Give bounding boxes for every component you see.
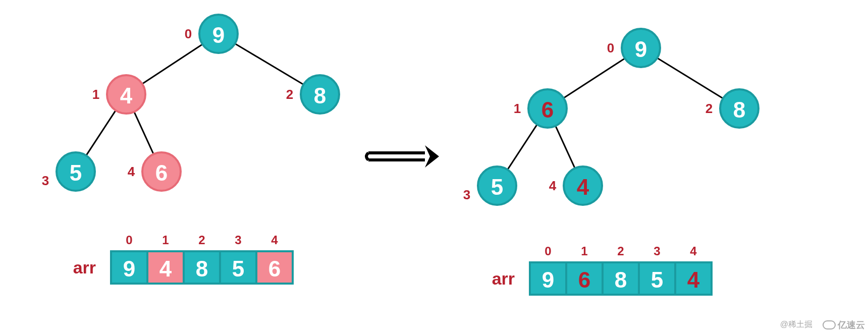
left-tree-node-2: 82	[286, 75, 339, 114]
right-tree-node-0: 90	[607, 29, 660, 67]
left-tree-node-0-index: 0	[185, 26, 192, 41]
right-tree-node-2: 82	[706, 89, 758, 128]
left-array-cell-1-index: 1	[162, 233, 169, 247]
left-tree-edge-1-4	[134, 112, 153, 154]
right-tree-node-4-value: 4	[577, 175, 589, 199]
left-array-cell-2-value: 8	[196, 256, 208, 281]
left-tree-node-2-value: 8	[314, 83, 326, 108]
left-array-cell-0-index: 0	[126, 233, 132, 247]
right-array-cell-4: 44	[675, 244, 712, 295]
arrow-right-icon	[425, 145, 439, 168]
left-tree-edge-0-2	[235, 43, 304, 84]
right-tree-node-1: 61	[514, 89, 567, 128]
right-array-cell-3-value: 5	[651, 267, 663, 292]
left-tree-node-3-index: 3	[42, 173, 49, 188]
right-tree-edge-1-3	[508, 125, 537, 170]
right-tree-edge-1-4	[556, 126, 575, 169]
left-tree-node-4-value: 6	[155, 160, 168, 185]
left-tree-node-3: 53	[42, 152, 95, 191]
right-array-cell-0-value: 9	[542, 267, 554, 292]
right-array-cell-4-value: 4	[687, 267, 700, 292]
right-array-cell-2-index: 2	[617, 244, 624, 258]
right-array-cell-1-value: 6	[578, 267, 590, 292]
right-tree-node-2-index: 2	[706, 101, 713, 116]
left-tree-node-1: 41	[92, 75, 145, 114]
right-array-label: arr	[492, 269, 515, 288]
left-tree-node-4-index: 4	[128, 164, 135, 179]
right-tree-node-2-value: 8	[733, 97, 745, 122]
right-tree-node-4-index: 4	[549, 178, 557, 193]
right-array-cell-0-index: 0	[545, 244, 551, 258]
right-array-cell-0: 90	[530, 244, 566, 295]
left-tree-edge-1-3	[86, 110, 116, 155]
right-array-cell-1: 61	[566, 244, 603, 295]
right-array-cell-2-value: 8	[615, 267, 627, 292]
transition-arrow	[366, 145, 439, 168]
left-tree-node-0-value: 9	[212, 23, 225, 47]
right-tree-node-1-index: 1	[514, 101, 521, 116]
left-array-cell-2: 82	[184, 233, 220, 284]
right-array-cell-3: 53	[639, 244, 675, 295]
watermark-brand-text: 亿速云	[838, 319, 865, 331]
right-array-cell-2: 82	[603, 244, 639, 295]
left-array-cell-0-value: 9	[123, 256, 135, 281]
right-tree-edge-0-2	[657, 58, 723, 98]
left-array-cell-3-value: 5	[232, 256, 244, 281]
right-array-cell-1-index: 1	[581, 244, 587, 258]
left-array-cell-4: 64	[256, 233, 293, 284]
watermark-brand: 亿速云	[823, 319, 865, 331]
right-array-cell-3-index: 3	[654, 244, 660, 258]
right-array-cell-4-index: 4	[690, 244, 697, 258]
right-tree-node-4: 44	[549, 167, 602, 205]
left-array-label: arr	[73, 258, 96, 277]
left-tree-node-3-value: 5	[70, 160, 82, 185]
left-array-cell-1: 41	[147, 233, 184, 284]
left-tree-edge-0-1	[142, 44, 202, 84]
left-array-cell-4-value: 6	[268, 256, 281, 281]
left-array-cell-3-index: 3	[235, 233, 241, 247]
right-tree-edge-0-1	[564, 59, 625, 98]
right-tree-node-0-index: 0	[607, 40, 614, 56]
left-array-cell-1-value: 4	[159, 256, 172, 281]
right-tree-node-3: 53	[463, 167, 516, 205]
left-tree-node-1-value: 4	[120, 83, 133, 108]
left-tree-node-4: 64	[128, 152, 181, 191]
right-tree-node-3-index: 3	[463, 187, 470, 202]
left-tree-node-0: 90	[185, 15, 238, 53]
right-tree-node-1-value: 6	[541, 97, 554, 122]
left-array-cell-2-index: 2	[198, 233, 205, 247]
left-tree-node-1-index: 1	[92, 87, 99, 102]
watermark-source: @稀土掘	[780, 319, 812, 330]
cloud-icon	[823, 320, 836, 329]
right-tree-node-3-value: 5	[491, 175, 503, 199]
left-array-cell-0: 90	[111, 233, 147, 284]
left-array-cell-3: 53	[220, 233, 256, 284]
right-tree-node-0-value: 9	[635, 37, 647, 62]
left-tree-node-2-index: 2	[286, 87, 293, 102]
left-array-cell-4-index: 4	[271, 233, 278, 247]
heap-diagram: 90418253649061825344arr9041825364arr9061…	[0, 0, 868, 332]
